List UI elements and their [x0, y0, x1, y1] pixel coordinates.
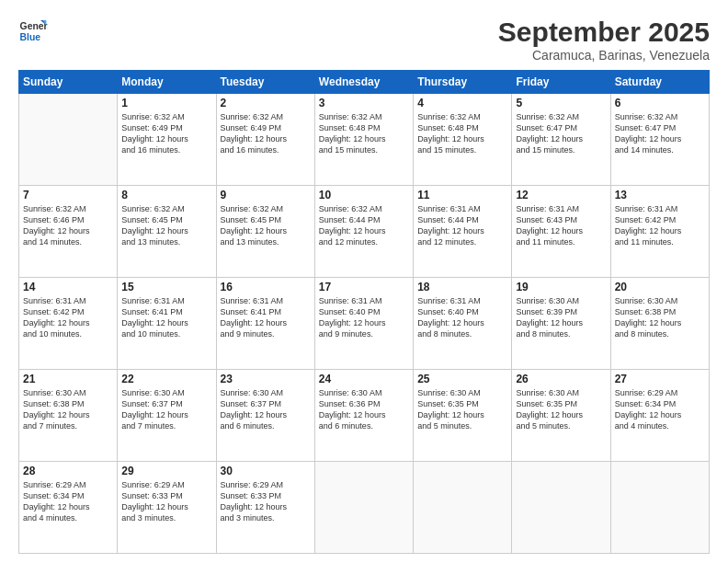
day-cell: 27Sunrise: 6:29 AM Sunset: 6:34 PM Dayli… — [610, 370, 709, 462]
day-cell: 5Sunrise: 6:32 AM Sunset: 6:47 PM Daylig… — [512, 94, 610, 186]
day-info: Sunrise: 6:32 AM Sunset: 6:47 PM Dayligh… — [615, 111, 705, 156]
day-cell: 12Sunrise: 6:31 AM Sunset: 6:43 PM Dayli… — [512, 186, 610, 278]
day-cell: 17Sunrise: 6:31 AM Sunset: 6:40 PM Dayli… — [314, 278, 413, 370]
week-row-2: 14Sunrise: 6:31 AM Sunset: 6:42 PM Dayli… — [19, 278, 710, 370]
day-number: 25 — [417, 373, 507, 385]
day-number: 26 — [516, 373, 606, 385]
week-row-3: 21Sunrise: 6:30 AM Sunset: 6:38 PM Dayli… — [19, 370, 710, 462]
day-cell: 25Sunrise: 6:30 AM Sunset: 6:35 PM Dayli… — [414, 370, 512, 462]
day-cell: 15Sunrise: 6:31 AM Sunset: 6:41 PM Dayli… — [118, 278, 216, 370]
svg-text:General: General — [20, 21, 48, 31]
day-cell: 30Sunrise: 6:29 AM Sunset: 6:33 PM Dayli… — [216, 462, 314, 554]
day-info: Sunrise: 6:31 AM Sunset: 6:43 PM Dayligh… — [516, 203, 606, 248]
month-title: September 2025 — [498, 17, 710, 48]
day-number: 17 — [319, 281, 409, 293]
day-number: 9 — [221, 189, 311, 201]
day-cell: 1Sunrise: 6:32 AM Sunset: 6:49 PM Daylig… — [118, 94, 216, 186]
day-info: Sunrise: 6:32 AM Sunset: 6:46 PM Dayligh… — [23, 203, 113, 248]
day-cell: 26Sunrise: 6:30 AM Sunset: 6:35 PM Dayli… — [512, 370, 610, 462]
day-number: 11 — [417, 189, 507, 201]
day-number: 19 — [516, 281, 606, 293]
day-number: 10 — [319, 189, 409, 201]
day-info: Sunrise: 6:30 AM Sunset: 6:38 PM Dayligh… — [615, 295, 705, 340]
day-info: Sunrise: 6:31 AM Sunset: 6:44 PM Dayligh… — [417, 203, 507, 248]
day-info: Sunrise: 6:32 AM Sunset: 6:49 PM Dayligh… — [221, 111, 311, 156]
day-cell: 16Sunrise: 6:31 AM Sunset: 6:41 PM Dayli… — [216, 278, 314, 370]
day-info: Sunrise: 6:31 AM Sunset: 6:41 PM Dayligh… — [221, 295, 311, 340]
day-info: Sunrise: 6:32 AM Sunset: 6:49 PM Dayligh… — [121, 111, 211, 156]
day-info: Sunrise: 6:29 AM Sunset: 6:33 PM Dayligh… — [121, 479, 211, 524]
day-info: Sunrise: 6:31 AM Sunset: 6:42 PM Dayligh… — [615, 203, 705, 248]
day-cell: 22Sunrise: 6:30 AM Sunset: 6:37 PM Dayli… — [118, 370, 216, 462]
day-info: Sunrise: 6:30 AM Sunset: 6:37 PM Dayligh… — [221, 387, 311, 432]
day-number: 8 — [121, 189, 211, 201]
day-cell: 24Sunrise: 6:30 AM Sunset: 6:36 PM Dayli… — [314, 370, 413, 462]
day-number: 23 — [221, 373, 311, 385]
day-cell: 7Sunrise: 6:32 AM Sunset: 6:46 PM Daylig… — [19, 186, 118, 278]
day-info: Sunrise: 6:30 AM Sunset: 6:35 PM Dayligh… — [516, 387, 606, 432]
day-info: Sunrise: 6:32 AM Sunset: 6:45 PM Dayligh… — [221, 203, 311, 248]
day-cell — [610, 462, 709, 554]
day-number: 20 — [615, 281, 705, 293]
day-number: 18 — [417, 281, 507, 293]
day-number: 7 — [23, 189, 113, 201]
day-info: Sunrise: 6:30 AM Sunset: 6:37 PM Dayligh… — [121, 387, 211, 432]
day-cell — [314, 462, 413, 554]
day-number: 1 — [121, 97, 211, 109]
logo: General Blue — [18, 17, 48, 46]
day-cell: 20Sunrise: 6:30 AM Sunset: 6:38 PM Dayli… — [610, 278, 709, 370]
day-info: Sunrise: 6:30 AM Sunset: 6:39 PM Dayligh… — [516, 295, 606, 340]
day-number: 3 — [319, 97, 409, 109]
day-cell: 9Sunrise: 6:32 AM Sunset: 6:45 PM Daylig… — [216, 186, 314, 278]
day-number: 6 — [615, 97, 705, 109]
day-info: Sunrise: 6:30 AM Sunset: 6:36 PM Dayligh… — [319, 387, 409, 432]
header: General Blue September 2025 Caramuca, Ba… — [18, 17, 710, 63]
day-cell: 28Sunrise: 6:29 AM Sunset: 6:34 PM Dayli… — [19, 462, 118, 554]
svg-text:Blue: Blue — [20, 32, 41, 42]
col-thursday: Thursday — [414, 71, 512, 94]
day-number: 28 — [23, 465, 113, 477]
col-sunday: Sunday — [19, 71, 118, 94]
day-cell: 8Sunrise: 6:32 AM Sunset: 6:45 PM Daylig… — [118, 186, 216, 278]
day-number: 13 — [615, 189, 705, 201]
col-wednesday: Wednesday — [314, 71, 413, 94]
title-area: September 2025 Caramuca, Barinas, Venezu… — [498, 17, 710, 63]
day-cell: 2Sunrise: 6:32 AM Sunset: 6:49 PM Daylig… — [216, 94, 314, 186]
day-cell: 23Sunrise: 6:30 AM Sunset: 6:37 PM Dayli… — [216, 370, 314, 462]
day-info: Sunrise: 6:32 AM Sunset: 6:44 PM Dayligh… — [319, 203, 409, 248]
day-info: Sunrise: 6:29 AM Sunset: 6:34 PM Dayligh… — [23, 479, 113, 524]
day-cell: 18Sunrise: 6:31 AM Sunset: 6:40 PM Dayli… — [414, 278, 512, 370]
day-cell — [512, 462, 610, 554]
day-number: 29 — [121, 465, 211, 477]
col-tuesday: Tuesday — [216, 71, 314, 94]
day-info: Sunrise: 6:32 AM Sunset: 6:48 PM Dayligh… — [319, 111, 409, 156]
day-info: Sunrise: 6:32 AM Sunset: 6:48 PM Dayligh… — [417, 111, 507, 156]
day-cell: 19Sunrise: 6:30 AM Sunset: 6:39 PM Dayli… — [512, 278, 610, 370]
calendar-table: Sunday Monday Tuesday Wednesday Thursday… — [18, 70, 710, 554]
page: General Blue September 2025 Caramuca, Ba… — [0, 0, 728, 563]
day-number: 14 — [23, 281, 113, 293]
day-number: 21 — [23, 373, 113, 385]
day-info: Sunrise: 6:31 AM Sunset: 6:41 PM Dayligh… — [121, 295, 211, 340]
col-saturday: Saturday — [610, 71, 709, 94]
day-number: 22 — [121, 373, 211, 385]
day-info: Sunrise: 6:31 AM Sunset: 6:40 PM Dayligh… — [319, 295, 409, 340]
day-number: 12 — [516, 189, 606, 201]
day-cell: 10Sunrise: 6:32 AM Sunset: 6:44 PM Dayli… — [314, 186, 413, 278]
day-cell: 11Sunrise: 6:31 AM Sunset: 6:44 PM Dayli… — [414, 186, 512, 278]
day-cell: 3Sunrise: 6:32 AM Sunset: 6:48 PM Daylig… — [314, 94, 413, 186]
day-info: Sunrise: 6:31 AM Sunset: 6:42 PM Dayligh… — [23, 295, 113, 340]
day-cell: 14Sunrise: 6:31 AM Sunset: 6:42 PM Dayli… — [19, 278, 118, 370]
subtitle: Caramuca, Barinas, Venezuela — [498, 48, 710, 63]
day-cell — [19, 94, 118, 186]
day-info: Sunrise: 6:32 AM Sunset: 6:45 PM Dayligh… — [121, 203, 211, 248]
day-number: 15 — [121, 281, 211, 293]
col-friday: Friday — [512, 71, 610, 94]
week-row-1: 7Sunrise: 6:32 AM Sunset: 6:46 PM Daylig… — [19, 186, 710, 278]
day-info: Sunrise: 6:30 AM Sunset: 6:35 PM Dayligh… — [417, 387, 507, 432]
day-info: Sunrise: 6:32 AM Sunset: 6:47 PM Dayligh… — [516, 111, 606, 156]
header-row: Sunday Monday Tuesday Wednesday Thursday… — [19, 71, 710, 94]
day-info: Sunrise: 6:30 AM Sunset: 6:38 PM Dayligh… — [23, 387, 113, 432]
day-cell — [414, 462, 512, 554]
day-cell: 21Sunrise: 6:30 AM Sunset: 6:38 PM Dayli… — [19, 370, 118, 462]
